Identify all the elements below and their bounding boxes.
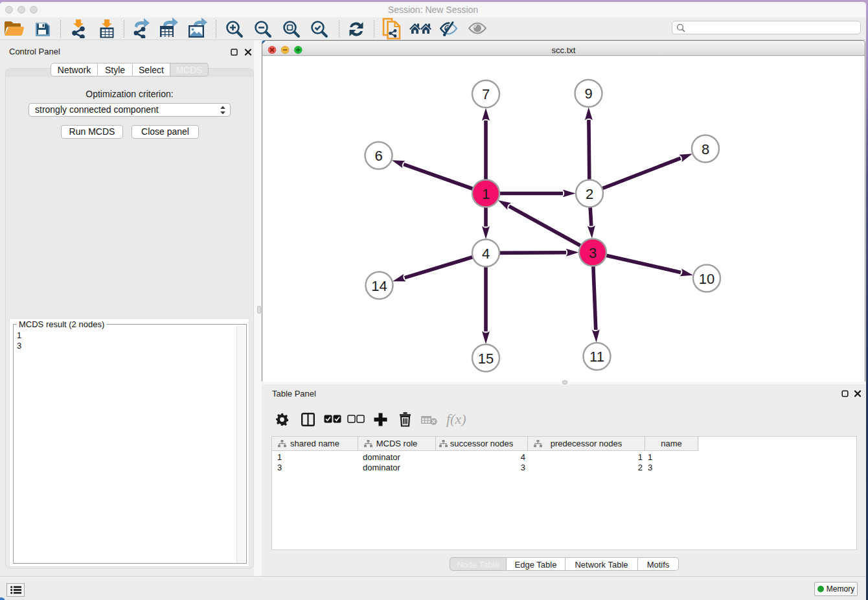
svg-text:6: 6: [374, 148, 382, 164]
svg-text:10: 10: [699, 271, 714, 287]
svg-text:15: 15: [478, 351, 494, 367]
svg-text:7: 7: [482, 86, 490, 102]
svg-text:8: 8: [702, 141, 709, 157]
svg-text:2: 2: [586, 186, 593, 202]
svg-text:4: 4: [482, 246, 490, 262]
svg-text:14: 14: [371, 278, 387, 294]
svg-text:11: 11: [589, 349, 604, 365]
svg-text:1: 1: [482, 186, 490, 202]
svg-text:9: 9: [584, 86, 592, 102]
svg-text:3: 3: [589, 245, 597, 261]
